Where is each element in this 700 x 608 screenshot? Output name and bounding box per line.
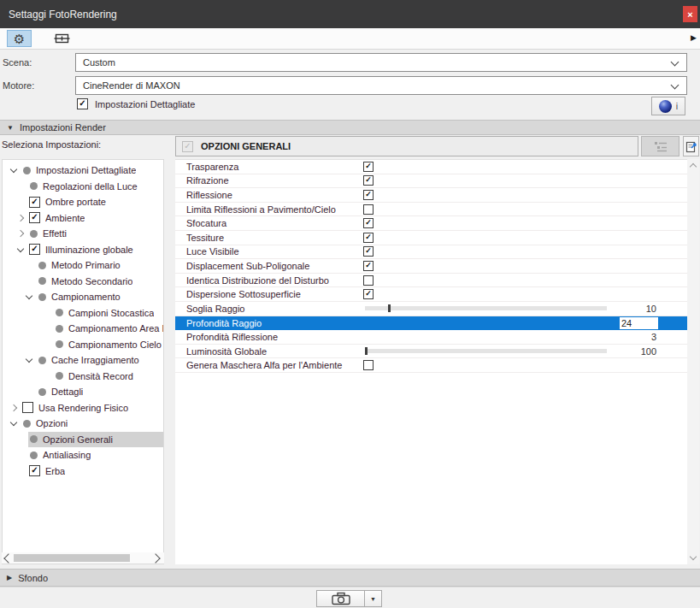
option-row[interactable]: Genera Maschera Alfa per l'Ambiente [175,358,687,373]
option-checkbox[interactable] [363,162,374,172]
tree-item[interactable]: Ambiente [3,210,163,227]
tree-item[interactable]: Illuminazione globale [3,242,163,258]
gear-icon: ⚙ [14,32,25,45]
options-panel-title: OPZIONI GENERALI [201,141,291,151]
toolbar-overflow-button[interactable]: ▶ [691,33,697,42]
scroll-up-icon[interactable] [690,163,697,170]
slider-thumb-icon[interactable] [365,347,368,355]
tree-item-label: Dettagli [51,387,83,397]
tree-item[interactable]: Antialiasing [3,447,163,463]
option-row[interactable]: Luce Visibile [175,245,687,260]
sfondo-section-header[interactable]: ▶ Sfondo [0,569,700,587]
tree-item[interactable]: Densità Record [3,369,163,385]
slider-thumb-icon[interactable] [388,304,391,312]
tree-item-checkbox[interactable] [29,244,40,255]
expander-open-icon[interactable] [8,163,21,177]
tree-item[interactable]: Dettagli [3,384,163,400]
tree-item[interactable]: Opzioni [3,416,163,432]
option-slider[interactable] [365,349,607,353]
engine-info-button[interactable]: i [651,97,685,115]
tree-item[interactable]: Metodo Primario [3,257,163,274]
expander-closed-icon[interactable] [8,401,21,415]
option-checkbox[interactable] [363,246,374,257]
tree-item[interactable]: Metodo Secondario [3,274,163,290]
tree-item[interactable]: Campionamento Area Discr [3,321,163,337]
option-checkbox[interactable] [363,275,374,286]
expander-open-icon[interactable] [8,416,21,430]
detailed-settings-checkbox[interactable] [77,98,88,109]
tree-list-view-button[interactable] [641,136,679,156]
option-checkbox[interactable] [363,175,374,186]
option-row[interactable]: Tessiture [175,231,687,245]
panel-vertical-scrollbar[interactable] [687,159,699,564]
tree-item[interactable]: Usa Rendering Fisico [3,400,163,416]
option-label: Profondità Raggio [186,318,262,328]
option-row[interactable]: Trasparenza [175,160,687,174]
tree-item[interactable]: Ombre portate [3,194,163,210]
settings-tab-button[interactable]: ⚙ [7,30,32,47]
option-row[interactable]: Sfocatura [175,216,687,231]
tree-item-label: Regolazioni della Luce [43,181,138,192]
tree-item-body: Antialiasing [28,447,163,463]
settings-tree: Impostazioni DettagliateRegolazioni dell… [3,162,163,479]
scena-select[interactable]: Custom [75,53,687,72]
expander-open-icon[interactable] [23,290,37,304]
option-checkbox[interactable] [363,233,374,243]
option-label: Luce Visibile [186,246,239,257]
tree-item[interactable]: Campioni Stocastica [3,305,163,322]
render-button[interactable] [316,590,365,607]
tree-item[interactable]: Impostazioni Dettagliate [3,162,163,179]
option-row[interactable]: Luminosità Globale100 [175,345,687,359]
tree-item[interactable]: Regolazioni della Luce [3,179,163,195]
expander-open-icon[interactable] [15,243,28,257]
scroll-down-icon[interactable] [690,553,697,560]
scroll-right-icon[interactable] [150,553,160,563]
bullet-icon [56,372,63,380]
option-checkbox[interactable] [363,218,374,228]
option-row[interactable]: Identica Distribuzione del Disturbo [175,274,687,288]
option-value-input[interactable]: 24 [620,317,658,329]
open-panel-button[interactable] [683,136,699,156]
option-checkbox[interactable] [363,190,374,200]
option-row[interactable]: Riflessione [175,188,687,203]
option-row[interactable]: Dispersione Sottosuperficie [175,287,687,302]
tree-item[interactable]: Cache Irraggiamento [3,352,163,369]
expander-open-icon[interactable] [23,353,37,367]
tree-item-body: Opzioni Generali [28,432,163,448]
option-checkbox[interactable] [363,360,374,370]
tree-horizontal-scrollbar[interactable] [2,552,164,564]
toolbar: ⚙ ▶ [0,28,700,50]
tree-item-checkbox[interactable] [29,212,40,223]
render-options-dropdown-button[interactable]: ▼ [365,590,382,607]
option-row[interactable]: Displacement Sub-Poligonale [175,259,687,274]
tree-item[interactable]: Opzioni Generali [3,432,163,448]
option-row[interactable]: Profondità Raggio24 [175,316,687,331]
scrollbar-thumb[interactable] [14,554,130,562]
option-row[interactable]: Rifrazione [175,174,687,189]
tree-item[interactable]: Erba [3,463,163,480]
option-checkbox[interactable] [363,289,374,299]
tree-item[interactable]: Effetti [3,226,163,242]
tree-item-checkbox[interactable] [29,197,40,208]
tree-item-checkbox[interactable] [29,465,40,476]
option-row[interactable]: Soglia Raggio10 [175,302,687,316]
tree-item-body: Metodo Primario [37,257,163,274]
expander-closed-icon[interactable] [15,227,28,240]
option-checkbox[interactable] [363,261,374,271]
option-row[interactable]: Profondità Riflessione3 [175,330,687,345]
expander-closed-icon[interactable] [15,211,28,225]
tree-item-checkbox[interactable] [22,402,33,413]
motore-select[interactable]: CineRender di MAXON [75,76,687,95]
option-slider[interactable] [365,306,607,310]
scroll-left-icon[interactable] [3,553,13,563]
option-checkbox[interactable] [363,204,374,215]
layout-tab-button[interactable] [50,30,74,47]
tree-item[interactable]: Campionamento Cielo Disc [3,337,163,353]
option-row[interactable]: Limita Riflessioni a Pavimento/Cielo [175,203,687,217]
bullet-icon [38,293,46,301]
tree-item-label: Opzioni [36,418,68,428]
chevron-down-icon [671,81,679,90]
tree-item[interactable]: Campionamento [3,289,163,305]
render-section-header[interactable]: ▼ Impostazioni Render [0,120,700,135]
close-button[interactable]: × [683,6,697,22]
